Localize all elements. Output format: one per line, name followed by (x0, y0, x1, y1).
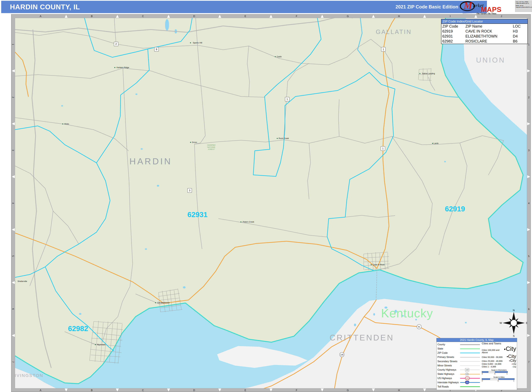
legend-layer-row: County (438, 342, 481, 347)
legend-city-row: Cities 5,000 - 24,999City (482, 363, 516, 365)
zip-name-cell: CAVE IN ROCK (464, 29, 512, 34)
grid-row-label: 6 (12, 308, 14, 310)
grid-column-label: D (193, 15, 195, 18)
legend-layer-row: State Highways123 (438, 372, 481, 376)
legend-city-label: Cities 1 - 4,999 (482, 365, 496, 368)
grid-column-label: I (450, 15, 451, 18)
route-shield-number: 91 (418, 326, 420, 328)
legend-line-swatch (460, 360, 480, 363)
city-dot-icon (507, 356, 508, 357)
grid-row-label: 7 (12, 361, 14, 363)
compass-e-label: E (526, 322, 527, 324)
legend-layer-row: Minor Streets (438, 364, 481, 368)
grid-column-label: J (501, 15, 502, 18)
loc-cell: D4 (512, 34, 527, 39)
legend-line-swatch (460, 347, 480, 350)
grid-column-label: G (347, 15, 349, 18)
legend-cities-title: Cities and Towns (482, 342, 516, 345)
legend-layer-label: Interstate Highways (438, 381, 460, 384)
route-shield-number: 1 (383, 48, 384, 51)
town-dot (240, 221, 241, 222)
grid-column-label: C (142, 15, 144, 18)
grid-row-label: 1 (528, 43, 530, 46)
route-shield-number: 1 (382, 147, 384, 150)
grid-row-label: 5 (12, 255, 14, 257)
zip-code-label: 62931 (187, 211, 207, 219)
town-label: Cave In Rock (373, 264, 385, 266)
legend-city-label: Cities 5,000 - 24,999 (482, 363, 501, 365)
legend-line-swatch: 123 (460, 372, 480, 376)
town-dot (114, 67, 115, 68)
scale-tick: 0 (482, 373, 483, 375)
legend-layer-label: State (438, 347, 460, 350)
town-label: Rosiclare (97, 343, 105, 346)
county-label: GALLATIN (376, 28, 412, 35)
zip-code-cell: 62919 (441, 29, 464, 34)
zip-code-label: 62982 (68, 325, 88, 333)
route-shield-square: 1 (381, 47, 385, 51)
legend-line-swatch (460, 343, 480, 346)
city-dot-icon (504, 349, 505, 350)
legend-layer-label: ZIP Code (438, 352, 460, 354)
zip-code-cell: 62982 (441, 39, 464, 44)
scale-tick: 0 (482, 380, 483, 382)
grid-column-label: D (193, 389, 195, 392)
legend-line-swatch (460, 364, 480, 367)
scale-tick: .5 (494, 373, 495, 375)
legend-layer-label: Primary Streets (438, 356, 460, 359)
town-dot (95, 344, 96, 345)
col-zip-code: ZIP Code (441, 24, 464, 29)
compass-w-label: W (499, 322, 502, 324)
grid-column-label: H (398, 389, 400, 392)
scale-kilometers: Scale in Kilometers0.51 (482, 369, 516, 375)
scale-miles: Scale in Miles0.51 (482, 376, 516, 382)
zip-name-cell: ELIZABETHTOWN (464, 34, 512, 39)
legend-layer-label: Secondary Streets (438, 360, 460, 363)
town-label: Karbers Ridge (117, 66, 129, 69)
legend-layer-list: CountyStateZIP CodePrimary StreetsSecond… (438, 342, 481, 389)
forest-label: FOREST (208, 148, 215, 150)
grid-column-label: F (296, 389, 297, 392)
loc-cell: B6 (512, 39, 527, 44)
grid-column-label: A (40, 389, 42, 392)
route-shield-square: 2 (114, 42, 118, 46)
town-label: Cadiz (277, 56, 282, 58)
zip-index-row: 62931 ELIZABETHTOWN D4 (441, 34, 527, 39)
legend-layer-row: State (438, 347, 481, 351)
legend-layer-label: State Highways (438, 373, 460, 375)
county-label: LIVINGSTON (12, 373, 43, 378)
scale-tick: 1 (513, 380, 514, 382)
legend-layer-row: Interstate Highways123 (438, 380, 481, 385)
forest-label: SHAWNEE (207, 144, 215, 146)
legend-cities-list: Cities and TownsCities 100,000 and Above… (482, 342, 516, 382)
legend-line-swatch: 123 (460, 377, 480, 380)
grid-column-label: E (244, 15, 246, 18)
route-shield-circle: 135 (340, 352, 344, 357)
zip-name-cell: ROSICLARE (464, 39, 512, 44)
legend-city-label: Cities 100,000 and Above (482, 349, 504, 354)
legend-title: 2021 Hardin County, IL Map (437, 338, 517, 342)
legend-line-swatch (460, 385, 480, 388)
legend-layer-row: Secondary Streets (438, 359, 481, 364)
route-shield-number: 2 (116, 43, 117, 45)
grid-row-label: 4 (12, 202, 14, 204)
grid-row-label: 2 (12, 97, 14, 98)
forest-label: NATIONAL (207, 146, 215, 148)
legend-city-row: Cities 50,000 - 99,999City (482, 354, 516, 359)
town-label: Peters Creek (243, 221, 254, 223)
route-shield-circle: 91 (417, 324, 421, 329)
col-zip-name: ZIP Name (464, 24, 512, 29)
town-label: Elizabethtown (158, 302, 170, 304)
town-dot (155, 302, 156, 303)
town-label: Gross (192, 141, 197, 143)
compass-s-label: S (513, 335, 514, 337)
town-label: Rock Creek (279, 137, 289, 140)
town-label: Saline Landing (422, 72, 435, 75)
scale-kilometers-title: Scale in Kilometers (482, 369, 516, 371)
grid-column-label: E (244, 389, 246, 392)
route-shield-number: 3 (189, 189, 190, 192)
town-label: Lamb (434, 142, 439, 145)
legend-layer-row: County Highways123 (438, 368, 481, 372)
grid-row-label: 7 (528, 361, 530, 363)
legend-city-row: Cities 100,000 and AboveCity (482, 346, 516, 354)
